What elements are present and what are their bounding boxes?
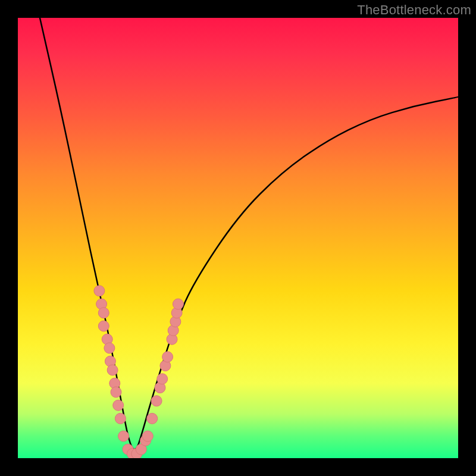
marker-dot: [98, 308, 109, 318]
plot-area: [18, 18, 458, 458]
bottleneck-curve: [40, 18, 458, 449]
marker-group: [94, 286, 184, 458]
marker-dot: [113, 400, 124, 411]
marker-dot: [107, 365, 118, 375]
marker-dot: [98, 321, 109, 331]
marker-dot: [118, 431, 129, 441]
marker-dot: [151, 396, 162, 406]
marker-dot: [115, 413, 126, 424]
marker-dot: [111, 387, 121, 397]
marker-dot: [157, 374, 168, 384]
marker-dot: [162, 352, 173, 362]
marker-dot: [173, 299, 183, 309]
watermark-text: TheBottleneck.com: [357, 2, 471, 18]
marker-dot: [94, 286, 105, 296]
marker-dot: [142, 431, 153, 441]
curve-layer: [18, 18, 458, 458]
marker-dot: [147, 413, 158, 424]
chart-frame: TheBottleneck.com: [0, 0, 476, 476]
marker-dot: [104, 343, 115, 353]
